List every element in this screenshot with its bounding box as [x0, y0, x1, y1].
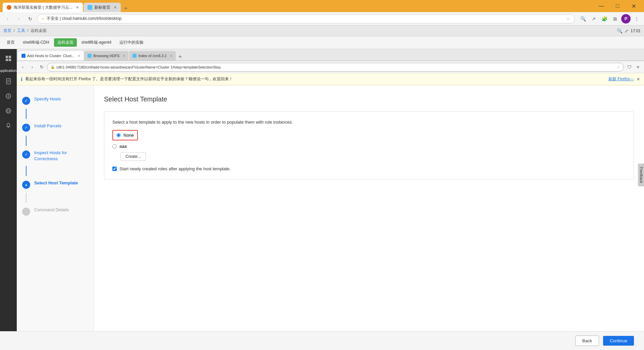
- svg-rect-0: [6, 56, 8, 58]
- tab-close-1[interactable]: ✕: [76, 5, 79, 10]
- radio-option-aaa[interactable]: aaa: [112, 144, 626, 149]
- inner-tab-hdfs[interactable]: Browsing HDFS ✕: [84, 51, 128, 60]
- inner-tab-close-1[interactable]: ✕: [77, 54, 80, 58]
- inner-forward-button[interactable]: ›: [28, 63, 36, 71]
- extensions-nav-icon[interactable]: 🧩: [600, 14, 609, 24]
- sidebar-icon-bell[interactable]: [2, 120, 14, 132]
- minimize-button[interactable]: —: [594, 0, 609, 12]
- sidebar-icon-doc[interactable]: [2, 75, 14, 87]
- back-nav-button[interactable]: ‹: [3, 14, 12, 24]
- feedback-tab[interactable]: Feedback: [638, 164, 644, 186]
- info-bar: ℹ 看起来你有一段时间没有打开 Firefox 了。是否要清理一下配置文件以获得…: [17, 73, 644, 85]
- back-button[interactable]: Back: [575, 336, 599, 346]
- radio-none-label: None: [123, 133, 134, 138]
- search-vd-icon[interactable]: 🔍: [617, 28, 623, 34]
- maximize-button[interactable]: □: [610, 0, 625, 12]
- tab-close-2[interactable]: ✕: [114, 5, 117, 10]
- inner-tab-label-1: Add Hosts to Cluster: Clust...: [27, 54, 74, 58]
- sidebar-toggle-icon[interactable]: ⊞: [610, 14, 620, 24]
- inner-address-bar[interactable]: 🔒 cdh1-34680:7180/cmf/add-hosts-wizard/w…: [47, 63, 624, 72]
- inner-menu-icon[interactable]: ≡: [634, 63, 642, 71]
- radio-option-none[interactable]: None: [116, 133, 134, 138]
- wizard-step-command-details[interactable]: Command Details: [17, 203, 94, 220]
- wizard-title: Select Host Template: [104, 95, 634, 103]
- breadcrumb-home-link[interactable]: 首页: [3, 28, 11, 33]
- none-option-highlight: None: [112, 130, 138, 140]
- search-nav-icon[interactable]: 🔍: [578, 14, 588, 24]
- step-icon-1: ✓: [22, 97, 30, 105]
- inner-bookmark-icon[interactable]: ☆: [617, 65, 620, 69]
- outer-tab-agent4[interactable]: shell终端-agent4: [78, 38, 115, 47]
- vdesktop-bar: 首页 / 工具 / 远程桌面 🔍 ⤢ 17:01: [0, 26, 644, 36]
- svg-point-15: [8, 127, 9, 128]
- wizard-step-inspect-hosts[interactable]: ✓ Inspect Hosts for Correctness: [17, 146, 94, 166]
- title-bar: 海洋部落实验室 | 大数据学习云... ✕ 新标签页 ✕ + — □ ✕: [0, 0, 644, 12]
- reload-button[interactable]: ↻: [25, 14, 35, 24]
- radio-none[interactable]: [116, 133, 121, 137]
- wizard-main-content: Select Host Template Select a host templ…: [94, 85, 644, 350]
- none-option-container: None: [112, 130, 626, 140]
- inner-tab-close-3[interactable]: ✕: [170, 54, 172, 58]
- start-roles-checkbox[interactable]: [112, 167, 117, 171]
- checkbox-row: Start newly created roles after applying…: [112, 166, 626, 171]
- forward-nav-button[interactable]: ›: [14, 14, 23, 24]
- step-connector-3: [26, 166, 26, 176]
- inner-lock-icon: 🔒: [51, 65, 55, 69]
- main-area: Applications: [0, 49, 644, 350]
- tab-label-2: 新标签页: [94, 5, 110, 10]
- inner-tab-label-2: Browsing HDFS: [93, 54, 119, 58]
- info-bar-text: 看起来你有一段时间没有打开 Firefox 了。是否要清理一下配置文件以获得近乎…: [25, 76, 606, 82]
- wizard-step-install-parcels[interactable]: ✓ Install Parcels: [17, 119, 94, 136]
- time-display: 17:01: [631, 29, 641, 33]
- outer-tab-running[interactable]: 运行中的实验: [116, 38, 147, 47]
- outer-toolbar: 首页 shell终端-CDH 远程桌面 shell终端-agent4 运行中的实…: [0, 36, 644, 49]
- info-bar-close[interactable]: ✕: [637, 77, 640, 82]
- wizard-step-select-template[interactable]: ● Select Host Template: [17, 176, 94, 193]
- inner-back-button[interactable]: ‹: [19, 63, 27, 71]
- nav-icons: 🔍 ↗ 🧩 ⊞ P ⋮: [578, 14, 641, 24]
- outer-tab-cdh[interactable]: shell终端-CDH: [19, 38, 53, 47]
- inner-tab-favicon-2: [88, 54, 92, 58]
- step-label-2: Install Parcels: [34, 123, 61, 129]
- step-label-4: Select Host Template: [34, 180, 78, 186]
- create-template-button[interactable]: Create...: [120, 152, 146, 161]
- wizard-wrapper: ✓ Specify Hosts ✓ Install Parcels ✓ Insp…: [17, 85, 644, 350]
- tab-label-1: 海洋部落实验室 | 大数据学习云...: [13, 5, 72, 10]
- close-button[interactable]: ✕: [626, 0, 641, 12]
- outer-address-bar[interactable]: ⚠ 不安全 | cloud.hainiubl.com/#/tool/deskto…: [37, 14, 575, 24]
- inner-tab-addhost[interactable]: Add Hosts to Cluster: Clust... ✕: [18, 51, 84, 60]
- vdesktop-breadcrumb: 首页 / 工具 / 远程桌面: [3, 28, 47, 34]
- outer-sidebar: Applications: [0, 49, 17, 350]
- inner-reload-button[interactable]: ↻: [38, 63, 46, 71]
- breadcrumb-tool-link[interactable]: 工具: [17, 28, 25, 33]
- sidebar-icon-apps[interactable]: [2, 52, 14, 64]
- inner-tab-close-2[interactable]: ✕: [122, 54, 125, 58]
- radio-aaa-label: aaa: [119, 144, 127, 149]
- wizard-card: Select a host template to apply to the n…: [104, 111, 634, 180]
- info-bar-link[interactable]: 刷新 Firefox---: [608, 76, 634, 82]
- menu-icon[interactable]: ⋮: [632, 14, 641, 24]
- browser-tab-2[interactable]: 新标签页 ✕: [84, 3, 121, 12]
- outer-tab-remote[interactable]: 远程桌面: [54, 38, 77, 47]
- share-nav-icon[interactable]: ↗: [589, 14, 598, 24]
- wizard-step-specify-hosts[interactable]: ✓ Specify Hosts: [17, 92, 94, 109]
- inner-shield-icon[interactable]: 🛡: [625, 63, 633, 71]
- step-icon-3: ✓: [22, 150, 30, 159]
- sidebar-icon-puzzle[interactable]: [2, 90, 14, 102]
- inner-tab-index[interactable]: Index of /cm6.3.1 ✕: [129, 51, 175, 60]
- inner-address-text: cdh1-34680:7180/cmf/add-hosts-wizard/wiz…: [56, 65, 615, 69]
- fullscreen-vd-icon[interactable]: ⤢: [625, 28, 629, 34]
- new-tab-button[interactable]: +: [121, 5, 130, 12]
- step-connector-1: [26, 109, 26, 119]
- browser-tab-1[interactable]: 海洋部落实验室 | 大数据学习云... ✕: [3, 3, 83, 12]
- outer-tab-home[interactable]: 首页: [3, 38, 18, 47]
- bookmark-icon[interactable]: ☆: [566, 16, 571, 21]
- continue-button[interactable]: Continue: [603, 336, 634, 346]
- profile-avatar[interactable]: P: [621, 14, 631, 24]
- sidebar-icon-globe[interactable]: [2, 105, 14, 117]
- inner-nav-right: 🛡 ≡: [625, 63, 642, 71]
- checkbox-label: Start newly created roles after applying…: [119, 166, 231, 171]
- radio-aaa[interactable]: [112, 144, 117, 148]
- step-connector-4: [26, 193, 26, 203]
- inner-new-tab-button[interactable]: +: [176, 53, 184, 60]
